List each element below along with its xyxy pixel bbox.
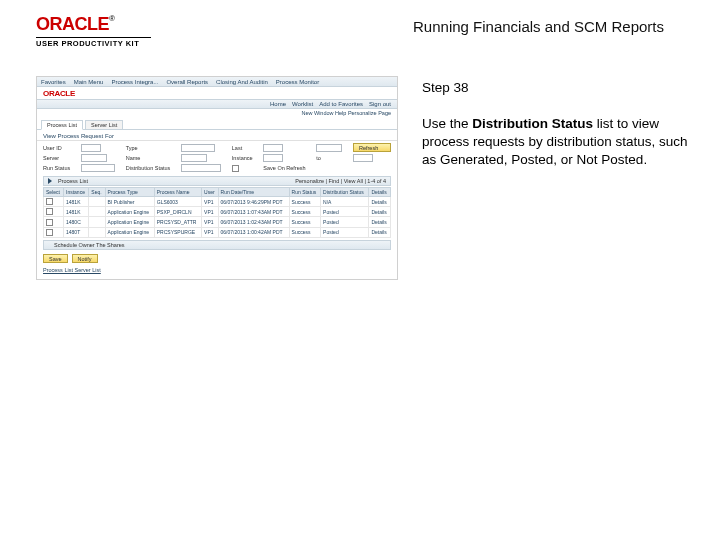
tab-server-list[interactable]: Server List xyxy=(85,120,123,129)
tab-process-list[interactable]: Process List xyxy=(41,120,83,130)
logo-divider xyxy=(36,37,151,38)
logo-block: ORACLE® USER PRODUCTIVITY KIT xyxy=(36,14,166,48)
instruction-panel: Step 38 Use the Distribution Status list… xyxy=(422,76,692,280)
mini-helper-links: New Window Help Personalize Page xyxy=(37,109,397,118)
table-row: 1480TApplication EnginePRCSYSPURGEVP106/… xyxy=(44,227,391,237)
days-select[interactable] xyxy=(316,144,342,152)
mini-oracle-logo: ORACLE xyxy=(43,89,75,98)
table-row: 1480CApplication EnginePRCSYSD_ATTRVP106… xyxy=(44,217,391,227)
notify-button[interactable]: Notify xyxy=(72,254,98,263)
upk-label: USER PRODUCTIVITY KIT xyxy=(36,39,166,48)
save-button[interactable]: Save xyxy=(43,254,68,263)
mini-oracle-bar: ORACLE xyxy=(37,87,397,99)
expand-icon[interactable] xyxy=(48,178,52,184)
doc-title: Running Financials and SCM Reports xyxy=(413,14,692,35)
last-input[interactable] xyxy=(263,144,283,152)
mini-process-list-header: Process List Personalize | Find | View A… xyxy=(43,176,391,186)
step-label: Step 38 xyxy=(422,80,692,95)
registered-icon: ® xyxy=(109,14,115,23)
screenshot-thumbnail: FavoritesMain MenuProcess Integra...Over… xyxy=(36,76,398,280)
mini-process-table: SelectInstanceSeq.Process TypeProcess Na… xyxy=(43,187,391,238)
oracle-logo: ORACLE xyxy=(36,14,109,34)
save-on-refresh-checkbox[interactable] xyxy=(232,165,239,172)
run-status-select[interactable] xyxy=(81,164,115,172)
instance-from-input[interactable] xyxy=(263,154,283,162)
mini-section-title: View Process Request For xyxy=(37,130,397,141)
mini-tabs: Process List Server List xyxy=(37,118,397,130)
table-row: 1481KBI PublisherGLS6003VP106/07/2013 9:… xyxy=(44,197,391,207)
mini-schedule-header: Schedule Owner The Shares xyxy=(43,240,391,250)
instruction-text: Use the Distribution Status list to view… xyxy=(422,115,692,170)
header: ORACLE® USER PRODUCTIVITY KIT Running Fi… xyxy=(0,0,720,76)
mini-menubar: HomeWorklistAdd to FavoritesSign out xyxy=(37,99,397,109)
type-select[interactable] xyxy=(181,144,215,152)
user-id-input[interactable] xyxy=(81,144,101,152)
table-row: 1481KApplication EnginePSXP_DIRCLNVP106/… xyxy=(44,207,391,217)
mini-filter-form: User ID Type Last Refresh Server Name In… xyxy=(37,141,397,176)
distribution-status-select[interactable] xyxy=(181,164,221,172)
server-select[interactable] xyxy=(81,154,107,162)
instance-to-input[interactable] xyxy=(353,154,373,162)
mini-footer-links[interactable]: Process List Server List xyxy=(37,265,397,279)
refresh-button[interactable]: Refresh xyxy=(353,143,391,152)
name-input[interactable] xyxy=(181,154,207,162)
mini-breadcrumb: FavoritesMain MenuProcess Integra...Over… xyxy=(37,77,397,87)
